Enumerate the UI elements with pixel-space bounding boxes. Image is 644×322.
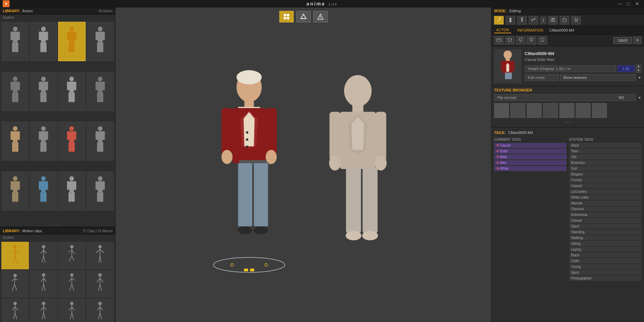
tag-sport2[interactable]: Sport: [569, 270, 642, 275]
tag-sitting[interactable]: Sitting: [569, 241, 642, 246]
actor-item[interactable]: [1, 171, 29, 211]
texture-thumb-3[interactable]: [527, 103, 542, 118]
clothing-icon-5[interactable]: [538, 36, 547, 45]
viewport-btn-shape[interactable]: [296, 11, 311, 22]
tag-white[interactable]: ✕White: [494, 166, 567, 171]
clip-item[interactable]: [86, 299, 114, 322]
actor-item[interactable]: [58, 72, 86, 111]
tag-black[interactable]: Black: [569, 253, 642, 258]
tag-photographer[interactable]: Photographer: [569, 276, 642, 281]
tag-standing[interactable]: Standing: [569, 230, 642, 235]
height-up-button[interactable]: ▲: [636, 64, 641, 68]
actor-tab[interactable]: ACTOR: [494, 27, 511, 33]
tag-remove-icon[interactable]: ✕: [496, 143, 499, 147]
tag-suit[interactable]: Suit: [569, 166, 642, 171]
flip-normal-value[interactable]: NO: [615, 94, 636, 101]
tool-person-button[interactable]: [506, 16, 515, 24]
tag-business[interactable]: Business: [569, 160, 642, 165]
clip-item[interactable]: [58, 299, 86, 322]
tag-sport[interactable]: Sport: [569, 224, 642, 229]
viewport-btn-warning[interactable]: !: [313, 11, 328, 22]
viewport-btn-grid[interactable]: [279, 11, 294, 22]
actor-item[interactable]: [86, 72, 114, 111]
tag-remove-icon[interactable]: ✕: [496, 167, 499, 170]
svg-line-107: [43, 256, 45, 262]
tag-casual2[interactable]: Casual: [569, 218, 642, 223]
tag-manual[interactable]: Manual: [569, 201, 642, 206]
tag-casual-sys[interactable]: Casual: [569, 183, 642, 188]
clip-item[interactable]: [86, 270, 114, 298]
actor-item[interactable]: [86, 121, 114, 161]
actor-item[interactable]: [30, 121, 57, 161]
actor-item[interactable]: [58, 171, 86, 211]
tool-bag-button[interactable]: [560, 16, 569, 24]
tag-remove-icon[interactable]: ✕: [496, 149, 499, 153]
actor-item[interactable]: [58, 121, 86, 161]
texture-thumb-7[interactable]: [592, 103, 607, 118]
tag-formal[interactable]: Formal: [569, 177, 642, 183]
tool-info-button[interactable]: i: [540, 17, 546, 24]
tool-arrow-button[interactable]: [529, 16, 538, 24]
texture-thumb-1[interactable]: [494, 103, 509, 118]
close-button[interactable]: ✕: [633, 1, 641, 6]
actor-item[interactable]: [30, 72, 57, 111]
texture-thumb-6[interactable]: [576, 103, 591, 118]
tag-laying[interactable]: Laying: [569, 247, 642, 252]
clip-item-selected[interactable]: [1, 242, 29, 269]
clip-item[interactable]: [1, 299, 29, 322]
tag-male[interactable]: ✕Male: [494, 154, 567, 159]
clip-item[interactable]: [86, 242, 114, 269]
tag-walking[interactable]: Walking: [569, 235, 642, 240]
clip-item[interactable]: [30, 299, 57, 322]
viewport[interactable]: !: [116, 7, 491, 322]
tag-glamour[interactable]: Glamour: [569, 206, 642, 211]
svg-rect-71: [100, 142, 103, 152]
panel-close-button[interactable]: ✕: [633, 37, 641, 44]
actor-item[interactable]: [30, 22, 57, 61]
actor-item-selected[interactable]: [58, 22, 86, 61]
maximize-button[interactable]: □: [625, 1, 632, 6]
tag-young[interactable]: Young: [569, 264, 642, 269]
tag-remove-icon[interactable]: ✕: [496, 161, 499, 165]
tag-elder[interactable]: ✕Elder: [494, 149, 567, 154]
tag-child[interactable]: Child: [569, 258, 642, 264]
tool-cart-button[interactable]: [571, 16, 581, 24]
actor-item[interactable]: [1, 72, 29, 111]
tool-wrench-button[interactable]: [494, 16, 504, 24]
tool-camera-button[interactable]: [548, 16, 558, 24]
minimize-button[interactable]: ─: [616, 1, 624, 6]
tag-activewear[interactable]: Activewear: [569, 212, 642, 217]
tag-man[interactable]: ✕Man: [494, 160, 567, 165]
tag-teen[interactable]: Teen: [569, 149, 642, 154]
texture-thumb-5[interactable]: [559, 103, 574, 118]
show-textures-dropdown[interactable]: Show textures: [560, 74, 636, 81]
tag-whitecollar[interactable]: White collar: [569, 195, 642, 200]
tag-remove-icon[interactable]: ✕: [496, 155, 499, 159]
clip-item[interactable]: [58, 242, 86, 269]
actor-item[interactable]: [30, 171, 57, 211]
clothing-icon-1[interactable]: [494, 36, 504, 45]
clothing-icon-3[interactable]: [516, 36, 525, 45]
actor-item[interactable]: [1, 22, 29, 61]
tag-locountry[interactable]: LoCountry: [569, 189, 642, 194]
actor-item[interactable]: [86, 171, 114, 211]
tag-casual[interactable]: ✕Casual: [494, 143, 567, 148]
texture-thumb-2[interactable]: [510, 103, 525, 118]
actor-item[interactable]: [86, 22, 114, 61]
height-down-button[interactable]: ▼: [636, 69, 641, 73]
clip-item[interactable]: [58, 270, 86, 298]
tool-walk-button[interactable]: [517, 16, 527, 24]
tag-adult[interactable]: Adult: [569, 143, 642, 148]
svg-rect-230: [497, 38, 501, 41]
clip-item[interactable]: [30, 242, 57, 269]
save-button[interactable]: SAVE: [613, 37, 632, 44]
tag-elegant[interactable]: Elegant: [569, 172, 642, 177]
clip-item[interactable]: [1, 270, 29, 298]
clothing-icon-2[interactable]: [505, 36, 515, 45]
clip-item[interactable]: [30, 270, 57, 298]
information-tab[interactable]: INFORMATION: [515, 28, 545, 33]
tag-old[interactable]: Old: [569, 154, 642, 159]
texture-thumb-4[interactable]: [543, 103, 558, 118]
actor-item[interactable]: [1, 121, 29, 161]
clothing-icon-4[interactable]: [527, 36, 536, 45]
